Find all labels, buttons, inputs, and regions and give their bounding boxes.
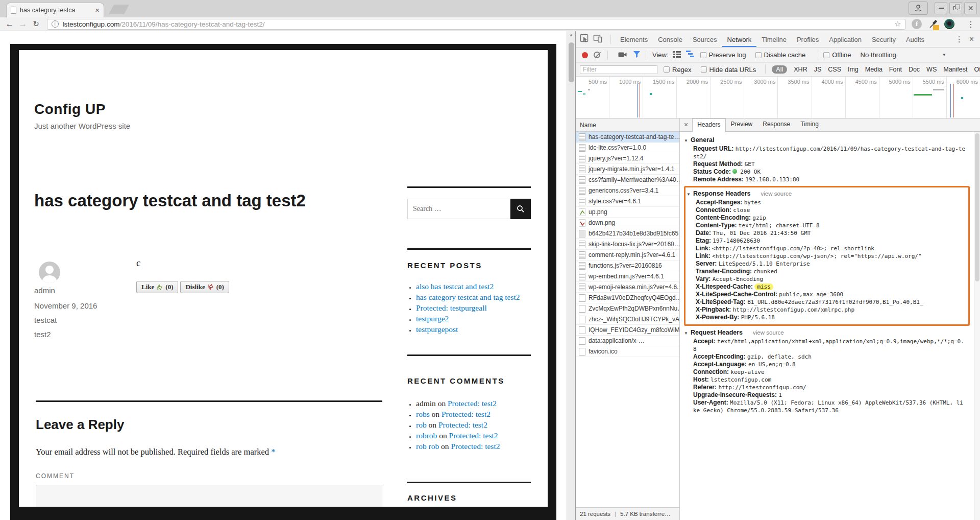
comment-author[interactable]: rob rob xyxy=(416,442,439,451)
devtools-menu-icon[interactable]: ⋮ xyxy=(951,35,967,44)
post-category-link[interactable]: testcat xyxy=(34,316,57,324)
scrollbar-thumb[interactable] xyxy=(569,42,574,82)
request-row[interactable]: ldc-lite.css?ver=1.0.0 xyxy=(576,143,680,153)
response-headers-header[interactable]: ▼ Response Headers view source xyxy=(687,190,967,197)
forward-button[interactable]: → xyxy=(16,19,30,29)
comment-author[interactable]: robrob xyxy=(416,431,437,440)
request-row[interactable]: jquery-migrate.min.js?ver=1.4.1 xyxy=(576,164,680,175)
devtools-tab[interactable]: Profiles xyxy=(792,31,824,47)
back-button[interactable]: ← xyxy=(3,19,16,29)
devtools-tab[interactable]: Timeline xyxy=(756,31,792,47)
filter-type[interactable]: CSS xyxy=(828,66,841,73)
filter-type[interactable]: Other xyxy=(974,66,980,73)
site-title[interactable]: Config UP xyxy=(34,101,106,117)
screenshot-capture-icon[interactable] xyxy=(618,51,627,60)
browser-tab[interactable]: has category testca × xyxy=(6,3,104,17)
request-row[interactable]: up.png xyxy=(576,207,680,218)
page-scrollbar[interactable]: ▲ xyxy=(567,31,575,520)
filter-type[interactable]: All xyxy=(772,65,787,74)
inspect-element-icon[interactable] xyxy=(580,34,589,45)
comment-author[interactable]: robs xyxy=(416,410,430,418)
close-details-icon[interactable]: × xyxy=(683,121,692,131)
request-row[interactable]: css?family=Merriweather%3A40… xyxy=(576,175,680,185)
detail-tab[interactable]: Timing xyxy=(795,119,824,131)
detail-tab[interactable]: Response xyxy=(757,119,795,131)
network-overview[interactable]: 500 ms1000 ms1500 ms2000 ms2500 ms3000 m… xyxy=(576,77,980,119)
request-row[interactable]: b642b4217b34b1e8d3bd915fc65… xyxy=(576,228,680,239)
request-headers-header[interactable]: ▼ Request Headers view source xyxy=(684,329,980,336)
request-row[interactable]: functions.js?ver=20160816 xyxy=(576,261,680,271)
filter-type[interactable]: JS xyxy=(814,66,822,73)
request-row[interactable]: RFda8w1V0eDZheqfcyQ4EOgd… xyxy=(576,293,680,303)
record-button[interactable] xyxy=(582,52,588,58)
request-row[interactable]: comment-reply.min.js?ver=4.6.1 xyxy=(576,250,680,261)
overview-toggle-icon[interactable] xyxy=(686,50,694,60)
request-row[interactable]: wp-embed.min.js?ver=4.6.1 xyxy=(576,271,680,282)
comment-author[interactable]: admin xyxy=(416,399,436,408)
comment-post-link[interactable]: Protected: test2 xyxy=(438,420,487,429)
post-author[interactable]: admin xyxy=(34,286,55,295)
url-bar[interactable]: i lstestconfigup.com/2016/11/09/has-cate… xyxy=(47,19,906,30)
general-section-header[interactable]: ▼ General xyxy=(684,136,980,144)
name-column-header[interactable]: Name xyxy=(576,119,680,132)
comment-post-link[interactable]: Protected: test2 xyxy=(451,442,500,451)
request-row[interactable]: ZvcMqxEwPfh2qDWBPxn6nnNu… xyxy=(576,303,680,314)
dislike-button[interactable]: Dislike (0) xyxy=(180,281,229,293)
preserve-log-checkbox[interactable]: Preserve log xyxy=(700,51,746,59)
scroll-up-icon[interactable]: ▲ xyxy=(569,33,573,37)
request-row[interactable]: wp-emoji-release.min.js?ver=4.6.1 xyxy=(576,282,680,293)
minimize-button[interactable] xyxy=(935,2,947,14)
filter-type[interactable]: Manifest xyxy=(943,66,967,73)
filter-icon[interactable] xyxy=(633,51,641,60)
view-source-link[interactable]: view source xyxy=(761,191,792,197)
recent-post-link[interactable]: testpurge2 xyxy=(416,314,449,323)
filter-type[interactable]: WS xyxy=(926,66,937,73)
request-row[interactable]: skip-link-focus-fix.js?ver=20160… xyxy=(576,239,680,250)
disable-cache-checkbox[interactable]: Disable cache xyxy=(755,51,806,59)
recent-post-link[interactable]: testpurgepost xyxy=(416,325,458,334)
comment-author[interactable]: rob xyxy=(416,420,427,429)
request-row[interactable]: favicon.ico xyxy=(576,346,680,357)
hide-data-urls-checkbox[interactable]: Hide data URLs xyxy=(701,66,756,74)
comment-post-link[interactable]: Protected: test2 xyxy=(448,399,497,408)
detail-tab[interactable]: Preview xyxy=(726,119,758,131)
comment-textarea[interactable] xyxy=(36,485,382,507)
detail-tab[interactable]: Headers xyxy=(692,119,725,132)
filter-type[interactable]: Doc xyxy=(909,66,920,73)
recent-post-link[interactable]: also has testcat and test2 xyxy=(416,282,494,291)
devtools-tab[interactable]: Network xyxy=(722,31,757,47)
close-button[interactable]: ✕ xyxy=(964,2,977,14)
search-button[interactable] xyxy=(510,199,531,219)
request-row[interactable]: zhcz-_WihjSQC0oHJ9TCYPk_vA… xyxy=(576,314,680,325)
devtools-tab[interactable]: Console xyxy=(653,31,688,47)
offline-checkbox[interactable]: Offline xyxy=(823,51,851,59)
restore-button[interactable] xyxy=(949,2,962,14)
page-info-icon[interactable]: i xyxy=(52,20,59,28)
device-toolbar-icon[interactable] xyxy=(593,34,602,45)
eyedropper-extension-icon[interactable] xyxy=(928,19,938,29)
recent-post-link[interactable]: has category testcat and tag test2 xyxy=(416,293,520,301)
details-scrollbar-thumb[interactable] xyxy=(975,133,979,281)
request-row[interactable]: has-category-testcat-and-tag-te… xyxy=(576,132,680,143)
view-source-link[interactable]: view source xyxy=(753,329,784,336)
request-row[interactable]: style.css?ver=4.6.1 xyxy=(576,196,680,207)
browser-menu-icon[interactable]: ⋮ xyxy=(967,19,975,29)
devtools-tab[interactable]: Sources xyxy=(688,31,722,47)
request-row[interactable]: data:application/x-… xyxy=(576,336,680,346)
large-rows-toggle-icon[interactable] xyxy=(673,51,681,60)
tab-close-icon[interactable]: × xyxy=(95,7,100,14)
devtools-tab[interactable]: Application xyxy=(824,31,867,47)
request-row[interactable]: jquery.js?ver=1.12.4 xyxy=(576,153,680,164)
post-tag-link[interactable]: test2 xyxy=(34,330,51,339)
bookmark-star-icon[interactable]: ☆ xyxy=(894,19,901,29)
devtools-close-icon[interactable]: × xyxy=(967,35,980,44)
colorpicker-extension-icon[interactable] xyxy=(944,19,954,29)
devtools-tab[interactable]: Elements xyxy=(615,31,653,47)
devtools-tab[interactable]: Security xyxy=(867,31,901,47)
filter-type[interactable]: Img xyxy=(848,66,859,73)
comment-post-link[interactable]: Protected: test2 xyxy=(442,410,491,418)
regex-checkbox[interactable]: Regex xyxy=(664,66,692,74)
like-button[interactable]: Like (0) xyxy=(136,281,178,293)
filter-type[interactable]: Font xyxy=(889,66,902,73)
comment-post-link[interactable]: Protected: test2 xyxy=(449,431,498,440)
